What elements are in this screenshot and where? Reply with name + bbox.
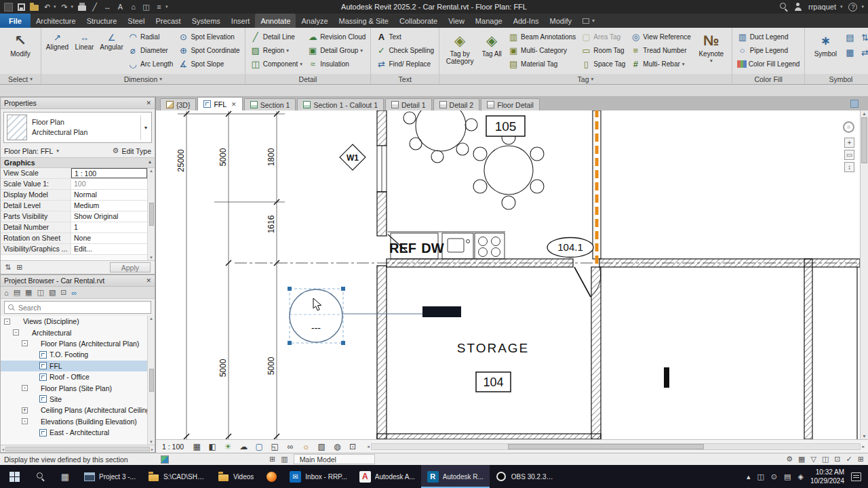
material-tag-button[interactable]: Material Tag [507, 57, 577, 70]
redo-dropdown-icon[interactable]: ▾ [71, 4, 74, 9]
vertical-scrollbar[interactable]: ▲▼ [860, 110, 868, 439]
graphics-section-header[interactable]: Graphics▴ [1, 158, 155, 168]
editable-only-icon[interactable]: ▦ [798, 455, 805, 464]
dw-label[interactable]: DW [421, 241, 443, 256]
close-properties-icon[interactable]: ✕ [146, 100, 151, 106]
text-tool-icon[interactable]: A [116, 2, 125, 12]
tree-item[interactable]: Elevations (Building Elevation) [1, 416, 147, 427]
ribbon-tab[interactable]: Structure [81, 14, 123, 28]
taskbar-search-icon[interactable] [28, 465, 53, 488]
revision-cloud-button[interactable]: Revision Cloud [306, 30, 367, 43]
area-boundary-icon[interactable]: ▦ [844, 47, 855, 58]
stair-path-icon[interactable]: ▤ [844, 32, 855, 43]
tree-item[interactable]: Architectural [1, 327, 147, 338]
thin-lines-icon[interactable]: ≡ [155, 2, 163, 12]
select-underlay-icon[interactable]: ✓ [846, 455, 852, 464]
select-links-icon[interactable]: ◫ [822, 455, 829, 464]
browser-families-icon[interactable]: ◫ [37, 288, 43, 297]
aligned-dimension-button[interactable]: Aligned [45, 30, 70, 51]
detail-line-button[interactable]: Detail Line [249, 30, 304, 43]
radial-dimension-button[interactable]: Radial [126, 30, 174, 43]
component-button[interactable]: Component▾ [249, 57, 304, 70]
browser-scrollbar[interactable]: ▲▼ [147, 316, 155, 445]
tree-expander-icon[interactable] [22, 407, 28, 413]
browser-hscrollbar[interactable]: ◂▸ [1, 445, 155, 452]
ribbon-tab[interactable]: Steel [122, 14, 150, 28]
find-replace-button[interactable]: Find/ Replace [374, 57, 435, 70]
ribbon-tab[interactable]: Systems [186, 14, 226, 28]
undo-dropdown-icon[interactable]: ▾ [54, 4, 56, 9]
pan-icon[interactable]: ▭ [844, 150, 854, 160]
tree-expander-icon[interactable] [4, 319, 10, 325]
modify-button[interactable]: Modify [3, 30, 37, 58]
detail-level-icon[interactable]: ▦ [191, 441, 202, 452]
ribbon-tab[interactable]: Annotate [255, 14, 296, 28]
tray-shield-icon[interactable]: ◈ [797, 472, 803, 481]
browser-groups-icon[interactable]: ▧ [49, 288, 56, 297]
multi-category-tag-button[interactable]: Multi- Category [507, 43, 577, 57]
3d-view-icon[interactable]: ⌂ [129, 2, 138, 12]
view-tab[interactable]: Detail 2 ✕ [433, 98, 480, 110]
ribbon-tab[interactable]: Architecture [31, 14, 81, 28]
browser-search-box[interactable] [4, 301, 151, 314]
print-icon[interactable] [77, 2, 86, 12]
tree-expander-icon[interactable] [13, 329, 19, 336]
select-panel-label[interactable]: Select▾ [0, 74, 41, 84]
spot-slope-button[interactable]: Spot Slope [176, 57, 241, 70]
worksharing-icon[interactable]: ⚙ [786, 455, 793, 464]
tag-panel-label[interactable]: Tag▾ [439, 74, 732, 84]
multi-rebar-button[interactable]: Multi- Rebar▾ [629, 57, 692, 70]
taskbar-app[interactable]: S:\CAD\SHA... [142, 465, 212, 488]
view-tab[interactable]: FFL ✕ [197, 97, 242, 110]
property-value[interactable]: 1 [71, 222, 147, 232]
arc-length-dimension-button[interactable]: Arc Length [126, 57, 174, 70]
view-tab-list-icon[interactable] [850, 100, 859, 108]
property-value[interactable]: None [71, 233, 147, 243]
ribbon-tab[interactable]: Massing & Site [334, 14, 394, 28]
browser-home-icon[interactable]: ⌂ [4, 289, 9, 297]
zoom-extents-icon[interactable]: ↕ [844, 162, 854, 172]
rebar-direction-icon[interactable]: ⇄ [859, 47, 868, 58]
account-dropdown-icon[interactable]: ▾ [840, 4, 843, 9]
properties-header[interactable]: Properties ✕ [1, 98, 155, 109]
browser-schedules-icon[interactable]: ⊡ [60, 288, 66, 297]
region-button[interactable]: Region▾ [249, 43, 304, 57]
tree-item[interactable]: FFL [1, 361, 147, 371]
horizontal-scrollbar[interactable]: ◂▸ [363, 440, 865, 453]
browser-sheets-icon[interactable]: ▦ [25, 288, 32, 297]
diameter-dimension-button[interactable]: Diameter [126, 43, 174, 57]
view-reference-button[interactable]: View Reference [629, 30, 692, 43]
undo-icon[interactable]: ↶ [43, 2, 52, 12]
keynote-button[interactable]: Keynote ▾ [694, 30, 728, 64]
spot-coordinate-button[interactable]: Spot Coordinate [176, 43, 241, 57]
design-options-select[interactable]: Main Model [294, 454, 375, 464]
ribbon-tab[interactable]: Analyze [296, 14, 333, 28]
ribbon-tab[interactable]: Collaborate [394, 14, 443, 28]
column[interactable] [664, 367, 669, 388]
tree-item[interactable]: Views (Discipline) [1, 316, 147, 327]
view-tab[interactable]: Detail 1 ✕ [385, 98, 432, 110]
filter-icon[interactable]: ▽ [810, 455, 816, 464]
text-button[interactable]: Text [374, 30, 435, 43]
tree-expander-icon[interactable] [22, 340, 28, 346]
property-value[interactable]: Edit... [71, 244, 147, 254]
linear-dimension-button[interactable]: Linear [72, 30, 97, 51]
project-browser-header[interactable]: Project Browser - Car Rental.rvt ✕ [1, 275, 155, 287]
help-icon[interactable]: ? [848, 3, 857, 12]
drag-on-selection-icon[interactable]: ⊞ [858, 455, 864, 464]
browser-links-icon[interactable]: ∞ [72, 289, 77, 297]
tray-chevron-icon[interactable]: ▴ [747, 472, 751, 481]
tree-expander-icon[interactable] [22, 385, 28, 391]
ribbon-tab[interactable]: Modify [545, 14, 577, 28]
close-view-tab-icon[interactable]: ✕ [231, 101, 237, 108]
tree-item[interactable]: T.O. Footing [1, 349, 147, 360]
tree-item[interactable]: Site [1, 394, 147, 405]
taskbar-app[interactable]: Autodesk A... [353, 465, 421, 488]
view-tab[interactable]: Floor Detail ✕ [481, 98, 540, 110]
window-tag-w1[interactable]: W1 [340, 144, 366, 170]
pipe-legend-button[interactable]: Pipe Legend [736, 43, 802, 57]
active-workset-icon[interactable]: ▥ [281, 455, 288, 464]
section-tool-icon[interactable]: ◫ [142, 2, 151, 12]
symbol-button[interactable]: Symbol [808, 30, 842, 58]
ribbon-tab[interactable]: Add-Ins [508, 14, 545, 28]
